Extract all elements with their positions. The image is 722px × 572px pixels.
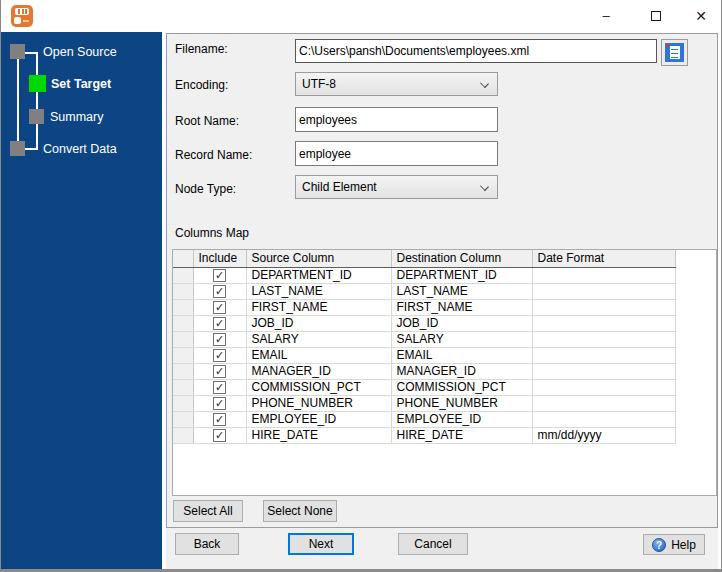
columns-map-table: Include Source Column Destination Column… bbox=[172, 249, 717, 496]
help-icon: ? bbox=[652, 538, 666, 552]
include-checkbox[interactable]: ✓ bbox=[213, 429, 226, 442]
include-checkbox[interactable]: ✓ bbox=[213, 301, 226, 314]
include-checkbox[interactable]: ✓ bbox=[213, 349, 226, 362]
row-selector[interactable] bbox=[173, 411, 193, 427]
step-connector-line bbox=[17, 52, 19, 150]
table-row: ✓PHONE_NUMBERPHONE_NUMBER bbox=[173, 395, 675, 411]
destination-column-cell[interactable]: COMMISSION_PCT bbox=[391, 379, 532, 395]
destination-column-cell[interactable]: SALARY bbox=[391, 331, 532, 347]
content-panel: Filename: Encoding: UTF-8 Root Name: Rec… bbox=[166, 33, 718, 528]
row-selector[interactable] bbox=[173, 331, 193, 347]
columns-map-title: Columns Map bbox=[175, 226, 249, 240]
destination-column-cell[interactable]: MANAGER_ID bbox=[391, 363, 532, 379]
table-row: ✓DEPARTMENT_IDDEPARTMENT_ID bbox=[173, 267, 675, 283]
date-format-cell[interactable] bbox=[532, 315, 675, 331]
filename-label: Filename: bbox=[175, 42, 228, 57]
date-format-cell[interactable] bbox=[532, 379, 675, 395]
back-button[interactable]: Back bbox=[175, 533, 239, 555]
destination-column-cell[interactable]: DEPARTMENT_ID bbox=[391, 267, 532, 283]
encoding-label: Encoding: bbox=[175, 78, 228, 93]
date-format-cell[interactable] bbox=[532, 395, 675, 411]
date-format-cell[interactable] bbox=[532, 347, 675, 363]
include-checkbox[interactable]: ✓ bbox=[213, 317, 226, 330]
date-format-cell[interactable] bbox=[532, 411, 675, 427]
node-type-label: Node Type: bbox=[175, 182, 236, 197]
include-checkbox[interactable]: ✓ bbox=[213, 413, 226, 426]
source-column-header: Source Column bbox=[246, 250, 391, 267]
node-type-select[interactable]: Child Element bbox=[295, 175, 498, 199]
destination-column-cell[interactable]: EMAIL bbox=[391, 347, 532, 363]
table-row: ✓COMMISSION_PCTCOMMISSION_PCT bbox=[173, 379, 675, 395]
encoding-select[interactable]: UTF-8 bbox=[295, 72, 498, 96]
destination-column-cell[interactable]: HIRE_DATE bbox=[391, 427, 532, 443]
destination-column-cell[interactable]: PHONE_NUMBER bbox=[391, 395, 532, 411]
date-format-cell[interactable] bbox=[532, 267, 675, 283]
select-all-button[interactable]: Select All bbox=[173, 500, 243, 522]
source-column-cell[interactable]: FIRST_NAME bbox=[246, 299, 391, 315]
record-name-input[interactable] bbox=[295, 141, 498, 166]
row-selector[interactable] bbox=[173, 299, 193, 315]
filename-input[interactable] bbox=[295, 39, 657, 63]
destination-column-cell[interactable]: FIRST_NAME bbox=[391, 299, 532, 315]
row-selector[interactable] bbox=[173, 363, 193, 379]
date-format-column-header: Date Format bbox=[532, 250, 675, 267]
step-marker-set-target bbox=[29, 75, 46, 92]
date-format-cell[interactable]: mm/dd/yyyy bbox=[532, 427, 675, 443]
include-checkbox[interactable]: ✓ bbox=[213, 397, 226, 410]
include-checkbox[interactable]: ✓ bbox=[213, 333, 226, 346]
source-column-cell[interactable]: EMPLOYEE_ID bbox=[246, 411, 391, 427]
sidebar-item-open-source: Open Source bbox=[43, 44, 117, 60]
source-column-cell[interactable]: MANAGER_ID bbox=[246, 363, 391, 379]
source-column-cell[interactable]: PHONE_NUMBER bbox=[246, 395, 391, 411]
select-none-button[interactable]: Select None bbox=[263, 500, 337, 522]
root-name-input[interactable] bbox=[295, 107, 498, 132]
source-column-cell[interactable]: HIRE_DATE bbox=[246, 427, 391, 443]
node-type-value: Child Element bbox=[302, 180, 377, 195]
include-checkbox[interactable]: ✓ bbox=[213, 269, 226, 282]
help-button[interactable]: ? Help bbox=[643, 534, 705, 555]
step-marker-open-source bbox=[10, 44, 25, 59]
source-column-cell[interactable]: LAST_NAME bbox=[246, 283, 391, 299]
source-column-cell[interactable]: EMAIL bbox=[246, 347, 391, 363]
include-checkbox[interactable]: ✓ bbox=[213, 381, 226, 394]
sidebar-item-convert-data: Convert Data bbox=[43, 141, 117, 157]
date-format-cell[interactable] bbox=[532, 283, 675, 299]
table-row: ✓FIRST_NAMEFIRST_NAME bbox=[173, 299, 675, 315]
row-selector[interactable] bbox=[173, 267, 193, 283]
source-column-cell[interactable]: COMMISSION_PCT bbox=[246, 379, 391, 395]
source-column-cell[interactable]: JOB_ID bbox=[246, 315, 391, 331]
row-selector[interactable] bbox=[173, 315, 193, 331]
row-selector[interactable] bbox=[173, 427, 193, 443]
date-format-cell[interactable] bbox=[532, 331, 675, 347]
app-icon bbox=[11, 5, 33, 27]
file-browse-icon bbox=[665, 43, 684, 62]
help-button-label: Help bbox=[671, 538, 696, 552]
source-column-cell[interactable]: SALARY bbox=[246, 331, 391, 347]
table-row: ✓JOB_IDJOB_ID bbox=[173, 315, 675, 331]
cancel-button[interactable]: Cancel bbox=[398, 533, 468, 555]
date-format-cell[interactable] bbox=[532, 363, 675, 379]
date-format-cell[interactable] bbox=[532, 299, 675, 315]
next-button[interactable]: Next bbox=[288, 533, 354, 555]
include-checkbox[interactable]: ✓ bbox=[213, 365, 226, 378]
table-header-row: Include Source Column Destination Column… bbox=[173, 250, 675, 267]
browse-file-button[interactable] bbox=[661, 39, 688, 66]
title-bar: – ✕ bbox=[1, 0, 721, 32]
close-icon[interactable]: ✕ bbox=[685, 1, 717, 30]
source-column-cell[interactable]: DEPARTMENT_ID bbox=[246, 267, 391, 283]
bottom-button-bar: Back Next Cancel ? Help bbox=[166, 528, 718, 569]
destination-column-cell[interactable]: JOB_ID bbox=[391, 315, 532, 331]
destination-column-cell[interactable]: EMPLOYEE_ID bbox=[391, 411, 532, 427]
chevron-down-icon bbox=[480, 79, 489, 88]
maximize-icon[interactable] bbox=[640, 1, 672, 30]
row-selector[interactable] bbox=[173, 395, 193, 411]
minimize-icon[interactable]: – bbox=[590, 1, 622, 30]
row-selector[interactable] bbox=[173, 379, 193, 395]
row-selector[interactable] bbox=[173, 347, 193, 363]
chevron-down-icon bbox=[480, 182, 489, 191]
include-column-header: Include bbox=[193, 250, 246, 267]
row-selector[interactable] bbox=[173, 283, 193, 299]
step-connector-line bbox=[36, 52, 38, 150]
include-checkbox[interactable]: ✓ bbox=[213, 285, 226, 298]
destination-column-cell[interactable]: LAST_NAME bbox=[391, 283, 532, 299]
